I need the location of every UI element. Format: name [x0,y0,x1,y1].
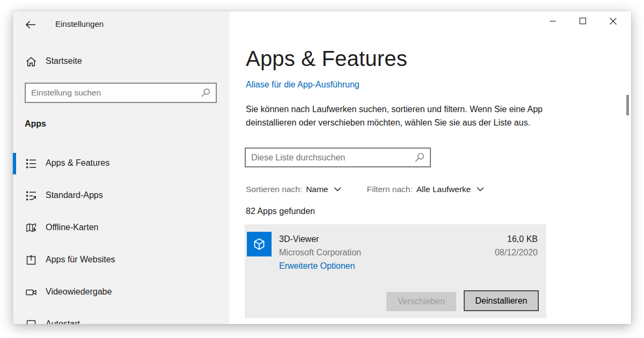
close-icon [609,17,617,25]
sidebar-item-label: Standard-Apps [46,190,103,200]
main-content: Apps & Features Aliase für die App-Ausfü… [230,11,631,324]
minimize-icon [549,17,557,25]
page-description: Sie können nach Laufwerken suchen, sorti… [246,102,550,129]
app-name: 3D-Viewer [279,232,361,246]
sidebar-item-apps-for-websites[interactable]: Apps für Websites [13,249,230,271]
settings-search-input[interactable] [26,88,201,98]
app-install-date: 08/12/2020 [495,246,538,259]
app-title: Einstellungen [55,19,104,28]
3d-cube-icon [247,232,272,256]
sidebar-item-label: Apps & Features [46,158,109,168]
search-icon[interactable] [201,88,210,98]
back-arrow-icon [25,19,36,31]
sidebar-item-apps-features[interactable]: Apps & Features [13,153,230,174]
home-icon [25,56,37,68]
sidebar-item-offline-maps[interactable]: Offline-Karten [13,217,230,239]
app-publisher: Microsoft Corporation [279,246,361,259]
move-button[interactable]: Verschieben [386,292,456,311]
desktop-background: Einstellungen Startseite [0,0,644,338]
filter-label: Filtern nach: [367,185,412,194]
sidebar-item-label: Startseite [46,56,82,66]
chevron-down-icon[interactable] [476,186,485,193]
sidebar: Einstellungen Startseite [13,11,230,324]
sidebar-item-video-playback[interactable]: Videowiedergabe [13,282,230,303]
chevron-down-icon[interactable] [333,186,342,193]
video-playback-icon [25,286,37,298]
sort-filter-row: Sortieren nach: Name Filtern nach: Alle … [246,185,485,194]
scrollbar-thumb[interactable] [626,95,629,115]
app-list-search-input[interactable] [246,153,414,163]
apps-found-count: 82 Apps gefunden [246,207,315,216]
app-list-item-3d-viewer[interactable]: 3D-Viewer Microsoft Corporation Erweiter… [245,224,546,318]
sidebar-section-header: Apps [25,119,46,129]
settings-window: Einstellungen Startseite [13,11,631,324]
app-info: 3D-Viewer Microsoft Corporation Erweiter… [279,232,361,273]
app-meta: 16,0 KB 08/12/2020 [495,232,538,259]
page-title: Apps & Features [246,47,407,71]
default-apps-icon [25,190,37,202]
window-controls [538,11,628,31]
maximize-button[interactable] [568,11,598,31]
sidebar-item-label: Offline-Karten [46,223,98,232]
app-list-search-box [245,148,431,167]
advanced-options-link[interactable]: Erweiterte Optionen [279,259,361,273]
close-button[interactable] [598,11,628,31]
sidebar-item-default-apps[interactable]: Standard-Apps [13,185,230,207]
sidebar-item-label: Videowiedergabe [46,287,112,297]
sidebar-item-label: Autostart [46,319,80,324]
search-icon[interactable] [414,152,425,163]
app-execution-aliases-link[interactable]: Aliase für die App-Ausführung [246,80,360,90]
settings-search-box [25,83,217,103]
app-size: 16,0 KB [495,232,538,246]
apps-for-websites-icon [25,254,37,266]
sort-value[interactable]: Name [306,185,328,194]
sidebar-item-home[interactable]: Startseite [13,51,230,72]
apps-features-icon [25,158,37,170]
filter-value[interactable]: Alle Laufwerke [416,185,471,194]
sidebar-item-startup[interactable]: Autostart [13,314,230,324]
back-button[interactable] [20,15,41,34]
maximize-icon [579,17,587,25]
offline-maps-icon [25,222,37,234]
app-action-buttons: Verschieben Deinstallieren [386,290,539,311]
startup-icon [25,319,37,324]
minimize-button[interactable] [538,11,568,31]
uninstall-button[interactable]: Deinstallieren [464,290,539,311]
sidebar-item-label: Apps für Websites [46,255,115,264]
sort-label: Sortieren nach: [246,185,302,194]
